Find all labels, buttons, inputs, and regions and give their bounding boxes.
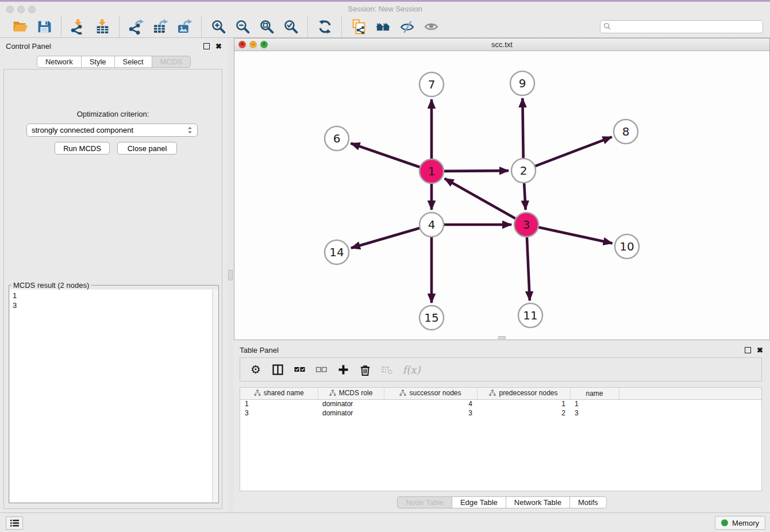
tab-mcds[interactable]: MCDS xyxy=(152,56,191,68)
tab-select[interactable]: Select xyxy=(114,56,152,68)
toolbar-group xyxy=(341,17,448,37)
graph-edge-3-10[interactable] xyxy=(537,227,613,243)
column-header-successor-nodes[interactable]: successor nodes xyxy=(384,388,477,399)
result-scrollbar[interactable] xyxy=(213,290,218,502)
deselect-all-button[interactable] xyxy=(313,361,330,378)
hide-details-button[interactable] xyxy=(395,18,419,36)
settings-button[interactable]: ⚙ xyxy=(247,361,264,378)
zoom-selected-button[interactable] xyxy=(279,18,303,36)
criterion-dropdown[interactable]: strongly connected component xyxy=(26,124,198,137)
export-network-button[interactable] xyxy=(124,18,148,36)
refresh-layout-button[interactable] xyxy=(313,18,337,36)
vertical-splitter[interactable] xyxy=(228,38,234,512)
mcds-result-title: MCDS result (2 nodes) xyxy=(11,281,91,290)
graph-edge-2-9[interactable] xyxy=(522,98,523,160)
column-header-MCDS-role[interactable]: MCDS role xyxy=(318,388,384,399)
horizontal-splitter-handle[interactable] xyxy=(498,336,506,340)
table-cell[interactable]: 1 xyxy=(477,399,570,408)
graph-edge-3-11[interactable] xyxy=(527,236,530,300)
delete-column-button[interactable] xyxy=(356,361,374,378)
close-table-panel-icon[interactable]: ✖ xyxy=(757,347,763,353)
gear-icon: ⚙ xyxy=(251,363,261,376)
graph-node-4[interactable]: 4 xyxy=(419,213,444,237)
tab-edge-table[interactable]: Edge Table xyxy=(452,496,506,508)
column-type-icon xyxy=(489,390,496,396)
save-session-icon xyxy=(37,19,52,34)
split-view-button[interactable] xyxy=(269,361,286,378)
graph-node-label: 2 xyxy=(520,164,528,178)
export-image-button[interactable] xyxy=(172,18,197,36)
export-table-button[interactable] xyxy=(148,18,172,36)
graph-node-11[interactable]: 11 xyxy=(518,303,542,327)
export-table-icon xyxy=(153,19,168,34)
save-session-button[interactable] xyxy=(32,18,56,36)
tab-motifs[interactable]: Motifs xyxy=(569,496,607,508)
function-builder-button: f(x) xyxy=(400,361,423,378)
zoom-out-button[interactable] xyxy=(230,18,255,36)
tab-network-table[interactable]: Network Table xyxy=(506,496,569,508)
table-cell[interactable]: 1 xyxy=(240,399,318,408)
float-table-panel-icon[interactable] xyxy=(745,347,751,353)
graph-node-7[interactable]: 7 xyxy=(419,72,444,97)
table-cell[interactable]: 3 xyxy=(570,408,619,418)
graph-node-15[interactable]: 15 xyxy=(419,306,444,330)
network-canvas[interactable]: 7968124314101511 xyxy=(234,51,769,340)
search-input[interactable] xyxy=(600,20,763,33)
close-panel-icon[interactable]: ✖ xyxy=(215,43,222,49)
memory-button[interactable]: Memory xyxy=(715,516,765,530)
mcds-result-group: MCDS result (2 nodes) 1 3 xyxy=(9,285,219,503)
graph-node-3[interactable]: 3 xyxy=(514,213,538,237)
table-cell[interactable]: 3 xyxy=(384,408,477,418)
column-header-shared-name[interactable]: shared name xyxy=(240,388,318,399)
tab-node-table[interactable]: Node Table xyxy=(397,496,452,508)
graph-node-1[interactable]: 1 xyxy=(419,159,444,183)
table-row[interactable]: 3dominator323 xyxy=(240,408,761,418)
graph-node-9[interactable]: 9 xyxy=(510,71,534,95)
column-header-predecessor-nodes[interactable]: predecessor nodes xyxy=(477,388,570,399)
import-table-button[interactable] xyxy=(90,18,114,36)
graph-node-14[interactable]: 14 xyxy=(325,240,349,264)
tab-network[interactable]: Network xyxy=(37,56,81,68)
table-cell[interactable]: 1 xyxy=(570,399,619,408)
refresh-layout-icon xyxy=(317,19,333,34)
import-network-button[interactable] xyxy=(66,18,90,36)
run-mcds-button[interactable]: Run MCDS xyxy=(55,142,110,155)
graph-edge-4-14[interactable] xyxy=(351,228,421,248)
open-session-button[interactable] xyxy=(8,18,32,36)
show-details-icon xyxy=(424,19,439,34)
task-history-button[interactable] xyxy=(6,516,23,530)
zoom-in-button[interactable] xyxy=(206,18,230,36)
graph-node-10[interactable]: 10 xyxy=(615,234,639,259)
float-panel-icon[interactable] xyxy=(203,43,210,49)
table-row[interactable]: 1dominator411 xyxy=(240,399,761,408)
table-cell[interactable]: dominator xyxy=(318,408,384,418)
network-graph[interactable]: 7968124314101511 xyxy=(234,51,769,340)
table-cell[interactable]: 4 xyxy=(384,399,477,408)
graph-edge-1-6[interactable] xyxy=(351,143,421,167)
graph-node-2[interactable]: 2 xyxy=(511,159,536,183)
mcds-result-list[interactable]: 1 3 xyxy=(10,290,212,502)
network-overview-button[interactable] xyxy=(346,18,371,36)
select-all-button[interactable] xyxy=(291,361,308,378)
column-type-icon xyxy=(254,390,261,396)
show-details-button[interactable] xyxy=(419,18,443,36)
graph-node-6[interactable]: 6 xyxy=(325,126,349,151)
table-cell[interactable]: dominator xyxy=(318,399,384,408)
column-header-name[interactable]: name xyxy=(570,388,619,399)
add-column-button[interactable] xyxy=(334,361,352,378)
graph-edge-2-3[interactable] xyxy=(524,182,526,210)
table-cell[interactable]: 3 xyxy=(240,408,318,418)
close-panel-button[interactable]: Close panel xyxy=(117,142,177,155)
vertical-splitter-handle[interactable] xyxy=(228,270,233,280)
table-cell[interactable]: 2 xyxy=(477,408,570,418)
zoom-fit-button[interactable] xyxy=(255,18,279,36)
tab-style[interactable]: Style xyxy=(81,56,114,68)
graph-node-8[interactable]: 8 xyxy=(614,119,638,144)
export-network-icon xyxy=(129,19,144,34)
graph-edge-1-2[interactable] xyxy=(442,171,509,171)
home-layout-button[interactable] xyxy=(371,18,395,36)
graph-edge-2-8[interactable] xyxy=(534,137,612,167)
deselect-all-icon xyxy=(315,364,328,376)
graph-edge-3-1[interactable] xyxy=(445,179,517,219)
network-window-titlebar[interactable]: ✕ – + scc.txt xyxy=(234,38,769,51)
